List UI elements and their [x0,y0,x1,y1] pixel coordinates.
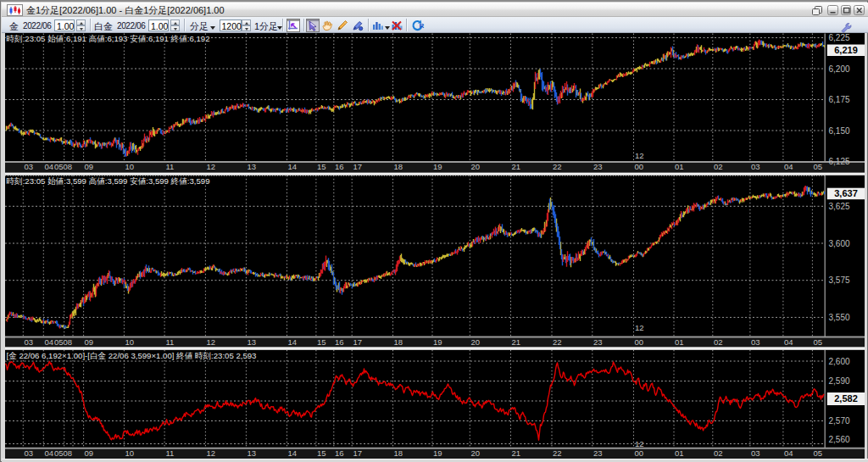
svg-text:04: 04 [784,162,793,171]
svg-text:3,637: 3,637 [834,188,858,198]
svg-text:09: 09 [85,162,94,171]
svg-text:15: 15 [317,337,326,347]
svg-text:20: 20 [471,162,481,171]
svg-text:時刻:23:05 始値:3,599 高値:3,599 安値:: 時刻:23:05 始値:3,599 高値:3,599 安値:3,599 終値:3… [7,176,210,186]
svg-text:R: R [419,21,424,29]
svg-text:3,600: 3,600 [829,239,850,248]
svg-text:18: 18 [394,448,403,458]
svg-text:12: 12 [635,323,644,332]
svg-text:10: 10 [125,448,135,458]
svg-text:6,150: 6,150 [829,126,850,136]
svg-text:15: 15 [317,448,326,458]
svg-text:03: 03 [25,337,34,347]
svg-text:01: 01 [675,448,684,458]
svg-text:02: 02 [714,448,723,458]
svg-text:17: 17 [353,448,363,458]
svg-text:05: 05 [814,448,823,458]
svg-text:03: 03 [751,448,760,458]
svg-text:16: 16 [335,448,344,458]
svg-text:19: 19 [433,162,442,171]
svg-text:13: 13 [248,448,257,458]
svg-text:09: 09 [85,337,94,347]
svg-text:3,550: 3,550 [829,313,850,322]
svg-text:18: 18 [394,162,403,171]
svg-text:04: 04 [45,337,54,347]
svg-text:21: 21 [512,448,521,458]
svg-text:03: 03 [25,162,34,171]
svg-text:03: 03 [751,162,760,171]
svg-text:15: 15 [317,162,326,171]
svg-text:00: 00 [635,448,644,458]
svg-text:01: 01 [675,162,684,171]
svg-text:05: 05 [814,337,823,347]
svg-text:00: 00 [635,337,644,347]
svg-text:02: 02 [714,162,723,171]
svg-text:6,200: 6,200 [829,64,850,74]
svg-text:05: 05 [54,162,64,171]
svg-text:2,600: 2,600 [829,357,850,366]
svg-text:23: 23 [593,162,603,171]
svg-text:12: 12 [207,337,216,347]
svg-text:04: 04 [45,448,54,458]
svg-text:22: 22 [553,337,562,347]
svg-text:6,175: 6,175 [829,95,850,104]
svg-text:03: 03 [25,448,34,458]
svg-text:17: 17 [353,162,363,171]
svg-text:09: 09 [85,448,94,458]
svg-text:2,560: 2,560 [829,435,850,444]
svg-text:3,575: 3,575 [829,276,850,285]
svg-text:21: 21 [512,337,521,347]
svg-text:04: 04 [784,337,793,347]
svg-text:17: 17 [353,337,363,347]
svg-text:10: 10 [125,162,135,171]
svg-text:11: 11 [166,162,175,171]
svg-text:12: 12 [207,448,216,458]
svg-text:16: 16 [335,162,344,171]
svg-text:11: 11 [166,448,175,458]
svg-text:02: 02 [714,337,723,347]
svg-text:13: 13 [248,337,257,347]
svg-text:16: 16 [335,337,344,347]
svg-text:04: 04 [784,448,793,458]
svg-text:2,590: 2,590 [829,376,850,386]
svg-text:時刻:23:05 始値:6,191 高値:6,193 安値:: 時刻:23:05 始値:6,191 高値:6,193 安値:6,191 終値:6… [7,34,210,43]
svg-text:08: 08 [64,448,73,458]
svg-text:14: 14 [288,337,298,347]
svg-text:13: 13 [248,162,257,171]
svg-text:18: 18 [394,337,403,347]
svg-text:23: 23 [593,337,603,347]
svg-text:21: 21 [512,162,521,171]
svg-text:05: 05 [814,162,823,171]
svg-text:2,570: 2,570 [829,416,850,426]
svg-text:2,582: 2,582 [834,393,858,404]
svg-text:22: 22 [553,448,562,458]
svg-text:19: 19 [433,448,442,458]
svg-text:19: 19 [433,337,442,347]
svg-text:12: 12 [635,151,644,160]
svg-text:08: 08 [64,162,73,171]
svg-text:[金 22/06 6,192×1.00]-[白金 22/06: [金 22/06 6,192×1.00]-[白金 22/06 3,599×1.0… [7,351,257,360]
svg-text:23: 23 [593,448,603,458]
svg-text:20: 20 [471,448,481,458]
svg-text:6,225: 6,225 [829,33,850,42]
svg-text:11: 11 [166,337,175,347]
svg-text:6,125: 6,125 [829,157,850,166]
svg-text:01: 01 [675,337,684,347]
svg-text:00: 00 [635,162,644,171]
svg-text:03: 03 [751,337,760,347]
svg-text:6,219: 6,219 [834,45,858,55]
svg-text:12: 12 [635,439,644,448]
svg-text:20: 20 [471,337,481,347]
svg-text:05: 05 [54,337,64,347]
svg-text:12: 12 [207,162,216,171]
svg-text:08: 08 [64,337,73,347]
svg-text:3,625: 3,625 [829,202,850,211]
svg-text:22: 22 [553,162,562,171]
svg-text:04: 04 [45,162,54,171]
svg-text:14: 14 [288,448,298,458]
svg-text:14: 14 [288,162,298,171]
svg-text:10: 10 [125,337,135,347]
svg-text:05: 05 [54,448,64,458]
